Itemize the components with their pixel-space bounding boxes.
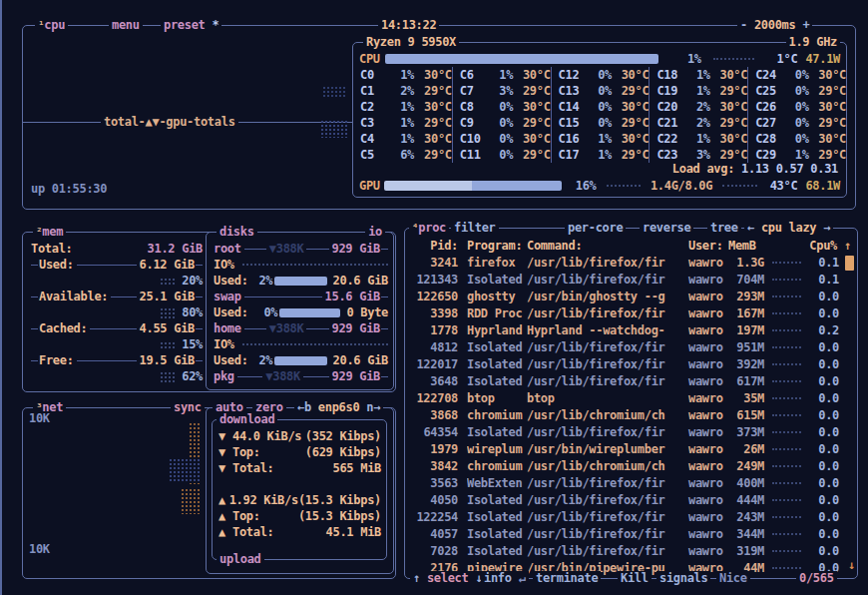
info-action[interactable]: info ↵ <box>481 571 529 586</box>
upload-stats: ▲1.92 KiB/s(15.3 Kibps)▲Top:(15.3 Kibps)… <box>218 492 381 540</box>
core-percent: 0% <box>487 100 514 114</box>
process-row[interactable]: 3241firefox/usr/lib/firefox/firwawro1.3G… <box>410 254 851 271</box>
scrollbar-indicator[interactable] <box>845 256 854 271</box>
process-cpu: 0.0 <box>809 527 839 541</box>
net-sync-toggle[interactable]: sync <box>171 400 205 415</box>
cpu-panel-title[interactable]: ¹cpu <box>35 18 68 33</box>
process-row[interactable]: 3868chromium/usr/lib/chromium/chwawro615… <box>410 406 851 423</box>
disk-used-label: Used: <box>214 305 248 319</box>
process-row[interactable]: 122254Isolated/usr/lib/firefox/firwawro2… <box>410 508 851 525</box>
core-cell: C161%30°C <box>559 131 650 147</box>
reverse-toggle[interactable]: reverse <box>640 221 693 236</box>
process-user: wawro <box>688 442 728 456</box>
process-user: wawro <box>688 306 728 320</box>
select-label: select <box>427 571 469 585</box>
core-id: C12 <box>559 68 586 82</box>
core-percent: 1% <box>683 68 710 82</box>
process-row[interactable]: 4057Isolated/usr/lib/firefox/firwawro344… <box>410 525 851 542</box>
cpu-graph-mode-toggle[interactable]: total-▲▼-gpu-totals <box>101 115 238 130</box>
core-temp: 30°C <box>513 68 550 82</box>
header-command[interactable]: Command: <box>527 239 688 253</box>
process-row[interactable]: 7028Isolated/usr/lib/firefox/firwawro319… <box>410 542 851 559</box>
core-percent: 0% <box>487 116 514 130</box>
core-temp: 29°C <box>612 84 649 98</box>
process-user: wawro <box>688 391 728 405</box>
proc-panel-title[interactable]: ⁴proc <box>409 221 449 236</box>
process-row[interactable]: 121343Isolated/usr/lib/firefox/firwawro7… <box>410 271 851 288</box>
scroll-down-icon[interactable]: ↓ <box>848 558 855 572</box>
process-row[interactable]: 64354Isolated/usr/lib/firefox/firwawro37… <box>410 423 851 440</box>
header-mem[interactable]: MemB <box>728 239 764 253</box>
preset-button[interactable]: preset * <box>161 18 221 33</box>
process-row[interactable]: 3648Isolated/usr/lib/firefox/firwawro617… <box>410 372 851 389</box>
iface-prev-button[interactable]: ←b <box>297 400 311 414</box>
process-mem: 26M <box>728 442 764 456</box>
process-program: Isolated <box>467 544 527 558</box>
core-cell: C73%29°C <box>460 83 551 99</box>
process-row[interactable]: 3398RDD Proc/usr/lib/firefox/firwawro167… <box>410 304 851 321</box>
process-command: /usr/lib/firefox/fir <box>527 510 688 524</box>
per-core-toggle[interactable]: per-core <box>565 221 626 236</box>
sort-prev-button[interactable]: ← <box>747 221 754 235</box>
mem-panel-title[interactable]: ²mem <box>33 225 66 240</box>
disks-title[interactable]: disks <box>217 225 257 240</box>
process-row[interactable]: 122650ghostty/usr/bin/ghostty --gwawro29… <box>410 288 851 304</box>
process-pid: 3648 <box>410 374 458 388</box>
core-temp: 30°C <box>414 68 452 82</box>
mem-panel: ²mem Total:31.2 GiB Used:6.12 GiB 20% Av… <box>22 232 396 392</box>
sort-mode: cpu lazy <box>761 221 816 235</box>
terminate-action[interactable]: terminate <box>533 571 601 586</box>
cpu-panel-label: cpu <box>44 18 65 32</box>
process-cpu: 0.0 <box>809 493 839 507</box>
process-row[interactable]: 1979wireplum/usr/bin/wireplumberwawro26M… <box>410 440 851 457</box>
process-cpu: 0.0 <box>809 391 839 405</box>
process-row[interactable]: 1778HyprlandHyprland --watchdog-wawro197… <box>410 321 851 338</box>
process-command: /usr/lib/firefox/fir <box>527 306 688 320</box>
core-id: C14 <box>559 100 586 114</box>
header-cpu[interactable]: Cpu% <box>807 239 837 253</box>
process-row[interactable]: 3842chromium/usr/lib/chromium/chwawro249… <box>410 457 851 474</box>
sort-next-button[interactable]: → <box>823 221 830 235</box>
tree-toggle[interactable]: tree <box>707 221 741 236</box>
core-cell: C240%30°C <box>755 67 846 83</box>
core-cell: C191%29°C <box>656 83 747 99</box>
core-cell: C212%29°C <box>656 115 747 131</box>
nice-action[interactable]: Nice <box>716 571 750 586</box>
header-user[interactable]: User: <box>688 239 728 253</box>
cpu-total-temp: 1°C <box>766 52 798 66</box>
interval-decrease-button[interactable]: - <box>740 18 747 32</box>
gpu-label: GPU <box>359 179 384 193</box>
process-row[interactable]: 4812Isolated/usr/lib/firefox/firwawro951… <box>410 338 851 355</box>
mem-free-value: 19.5 GiB <box>140 353 195 367</box>
core-temp: 29°C <box>809 84 846 98</box>
filter-button[interactable]: filter <box>451 221 499 236</box>
process-row[interactable]: 3563WebExten/usr/lib/firefox/firwawro400… <box>410 474 851 491</box>
header-pid[interactable]: Pid: <box>410 239 458 253</box>
header-program[interactable]: Program: <box>467 239 527 253</box>
core-temp: 30°C <box>612 132 649 146</box>
disk-root-io-row: IO% <box>214 257 388 273</box>
process-row[interactable]: 122017Isolated/usr/lib/firefox/firwawro3… <box>410 355 851 372</box>
core-cell: C130%29°C <box>559 83 650 99</box>
interval-increase-button[interactable]: + <box>802 18 809 32</box>
core-temp: 29°C <box>710 148 747 162</box>
sort-direction-icon[interactable]: ↑ <box>837 239 851 253</box>
core-percent: 0% <box>782 68 809 82</box>
select-action[interactable]: ↑ select ↓ <box>410 571 485 586</box>
core-id: C27 <box>755 116 782 130</box>
net-interface-switcher: ←b enp6s0 n→ <box>294 400 383 415</box>
gpu-power: 68.1W <box>805 179 840 193</box>
cpu-usage-bar <box>385 54 658 64</box>
disk-io-ghost: ▼388K <box>269 321 304 335</box>
iface-next-button[interactable]: n→ <box>366 400 380 414</box>
signals-action[interactable]: signals <box>656 571 710 586</box>
disks-io-toggle[interactable]: io <box>365 225 385 240</box>
disk-name: pkg <box>214 369 234 383</box>
mem-free-percent-row: 62% <box>31 368 203 384</box>
disk-swap-row: swap15.6 GiB <box>214 289 388 304</box>
kill-action[interactable]: Kill <box>618 571 651 586</box>
process-row[interactable]: 4050Isolated/usr/lib/firefox/firwawro444… <box>410 491 851 508</box>
menu-button[interactable]: menu <box>109 18 143 33</box>
leader-dots <box>772 448 801 450</box>
process-row[interactable]: 122708btopbtopwawro35M0.0 <box>410 389 851 406</box>
